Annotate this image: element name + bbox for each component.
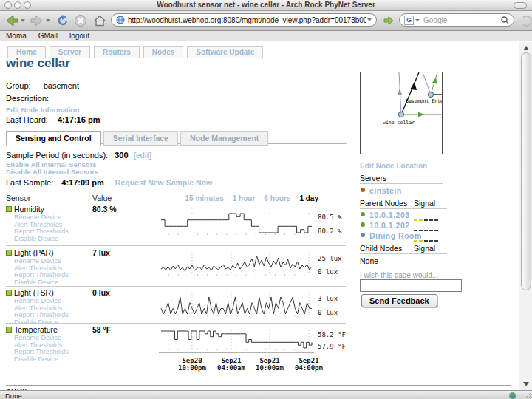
forward-button[interactable] (30, 13, 50, 28)
request-new-sample-link[interactable]: Request New Sample Now (115, 178, 212, 187)
parent-node-status-icon (361, 222, 365, 227)
search-placeholder: Google (423, 16, 501, 24)
scroll-down-arrow-icon[interactable] (523, 382, 529, 386)
site-globe-icon (116, 16, 125, 24)
bookmarks-bar: MomaGMaillogout (0, 31, 532, 41)
parent-node-link-10-0-1-203[interactable]: 10.0.1.203 (369, 211, 410, 219)
servers-divider (360, 183, 443, 184)
parent-node-status-icon (361, 212, 365, 216)
child-signal-header: Signal (414, 244, 435, 253)
tab-node-management[interactable]: Node Management (180, 131, 268, 146)
chart-ymax-label: 80.5 % (318, 214, 342, 221)
throbber-icon (521, 16, 532, 27)
chart-x-label: Sep2110:00am (249, 357, 290, 372)
parent-nodes-header: Parent Nodes (360, 199, 407, 208)
home-icon (93, 14, 106, 27)
url-bar[interactable]: http://woodhurst.webhop.org:8080/mgmt/no… (111, 13, 377, 27)
chart-x-label: Sep2104:00am (211, 357, 252, 372)
forward-history-caret-icon[interactable] (46, 19, 50, 22)
table-header-divider (6, 202, 346, 202)
bookmark-logout[interactable]: logout (69, 32, 89, 40)
scrollbar-thumb[interactable] (521, 52, 531, 290)
edit-node-location-link[interactable]: Edit Node Location (360, 162, 427, 170)
chart-x-label: Sep2010:00pm (171, 357, 213, 372)
node-location-map[interactable]: Basement Ente wine cellar (360, 72, 443, 154)
chart-ymin-label: 57.9 °F (318, 343, 346, 350)
go-button[interactable] (383, 13, 395, 28)
scroll-up-arrow-icon[interactable] (523, 46, 529, 50)
window-titlebar: Woodhurst sensor net - wine cellar - Arc… (0, 0, 532, 11)
reload-button[interactable] (56, 13, 69, 28)
nav-button-nodes[interactable]: Nodes (143, 46, 184, 58)
sensor-enabled-icon (6, 250, 12, 256)
map-arrow-icon (398, 89, 402, 95)
search-field[interactable]: G Google (399, 13, 514, 27)
sample-period-edit-link[interactable]: [edit] (134, 151, 151, 160)
sensor-value: 58 °F (92, 325, 111, 334)
map-arrow-icon (418, 112, 424, 117)
search-engine-caret-icon[interactable] (415, 19, 420, 21)
parent-nodes-divider (360, 208, 447, 209)
tab-sensing-and-control[interactable]: Sensing and Control (6, 131, 101, 146)
chart-ymin-label: 0 lux (318, 309, 338, 316)
sample-period-value: 300 (115, 151, 128, 160)
disable-device-link[interactable]: Disable Device (14, 236, 69, 243)
page-content: HomeServerRoutersNodesSoftware Update wi… (0, 42, 519, 390)
feedback-prompt: I wish this page would... (360, 271, 438, 279)
go-arrow-icon (383, 15, 395, 27)
sensor-enabled-icon (6, 206, 12, 212)
url-dropdown-caret-icon[interactable] (367, 18, 372, 21)
section-divider (6, 385, 511, 386)
home-button[interactable] (93, 13, 106, 28)
child-nodes-header: Child Nodes (360, 244, 402, 253)
last-sample-value: 4:17:09 pm (61, 178, 103, 187)
toolbar-toggle-button[interactable] (514, 2, 527, 9)
row-divider (6, 286, 346, 287)
stop-icon (74, 14, 87, 27)
child-nodes-divider (360, 253, 447, 254)
sensor-action-links: Rename DeviceAlert ThresholdsReport Thre… (14, 298, 69, 326)
sample-period-label: Sample Period (in seconds): (6, 151, 108, 160)
child-nodes-value: None (360, 256, 378, 265)
disable-all-sensors-link[interactable]: Disable All Internal Sensors (6, 168, 98, 176)
back-arrow-icon (4, 14, 19, 27)
back-button[interactable] (4, 13, 25, 28)
server-status-icon (361, 188, 365, 192)
stop-button[interactable] (74, 13, 87, 28)
tab-serial-interface[interactable]: Serial Interface (103, 131, 178, 146)
sensor-name: Light (TSR) (14, 288, 54, 297)
back-history-caret-icon[interactable] (21, 19, 25, 22)
nav-button-software-update[interactable]: Software Update (187, 46, 263, 58)
map-node-basement[interactable] (429, 92, 434, 98)
feedback-input[interactable] (360, 279, 462, 292)
url-text: http://woodhurst.webhop.org:8080/mgmt/no… (128, 16, 366, 24)
sensor-name: Temperature (14, 325, 58, 334)
sensor-enabled-icon (6, 290, 12, 296)
status-bar: Done (0, 390, 532, 399)
nav-button-routers[interactable]: Routers (94, 46, 140, 58)
page-title: wine cellar (6, 56, 70, 71)
edit-node-information-link[interactable]: Edit Node Information (6, 106, 79, 114)
chart-ymax-label: 25 lux (318, 255, 342, 262)
map-arrow-icon (432, 78, 437, 84)
map-node-wine-cellar[interactable] (399, 112, 404, 117)
window-title: Woodhurst sensor net - wine cellar - Arc… (0, 1, 532, 9)
resize-grip[interactable] (523, 392, 531, 399)
search-engine-icon[interactable]: G (404, 16, 414, 25)
chart-ymin-label: 0 lux (318, 268, 338, 276)
servers-header: Servers (360, 174, 386, 183)
parent-node-link-10-0-1-202[interactable]: 10.0.1.202 (369, 221, 410, 230)
disable-device-link[interactable]: Disable Device (14, 279, 69, 287)
bookmark-gmail[interactable]: GMail (38, 32, 58, 40)
send-feedback-button[interactable]: Send Feedback (361, 294, 437, 307)
group-value: basement (44, 81, 79, 90)
chart-light-par (159, 252, 314, 279)
last-sample-label: Last Sample: (6, 178, 53, 187)
sensor-value: 0 lux (92, 288, 110, 297)
bookmark-moma[interactable]: Moma (6, 32, 27, 40)
vertical-scrollbar[interactable] (519, 42, 532, 390)
status-text: Done (5, 392, 22, 399)
map-link-line (423, 72, 431, 95)
disable-device-link[interactable]: Disable Device (14, 356, 69, 364)
server-link-einstein[interactable]: einstein (369, 186, 402, 195)
